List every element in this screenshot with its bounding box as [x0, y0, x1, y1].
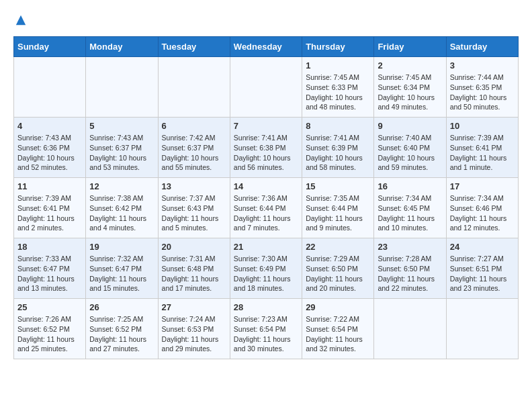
- day-number: 6: [162, 121, 226, 131]
- calendar-cell: 15Sunrise: 7:35 AMSunset: 6:44 PMDayligh…: [302, 178, 374, 238]
- calendar-cell: [374, 299, 446, 359]
- calendar-cell: 22Sunrise: 7:29 AMSunset: 6:50 PMDayligh…: [302, 238, 374, 299]
- day-number: 20: [162, 242, 226, 252]
- calendar-cell: [158, 57, 230, 118]
- header-saturday: Saturday: [446, 37, 518, 57]
- day-number: 26: [89, 302, 154, 312]
- day-number: 29: [306, 302, 370, 312]
- day-info: Sunrise: 7:34 AMSunset: 6:46 PMDaylight:…: [450, 193, 515, 233]
- day-number: 23: [378, 242, 442, 252]
- day-number: 2: [378, 60, 442, 71]
- calendar-cell: 3Sunrise: 7:44 AMSunset: 6:35 PMDaylight…: [446, 57, 518, 118]
- day-info: Sunrise: 7:32 AMSunset: 6:47 PMDaylight:…: [89, 254, 154, 293]
- day-number: 11: [17, 181, 82, 191]
- calendar-cell: [86, 57, 158, 118]
- calendar-cell: 14Sunrise: 7:36 AMSunset: 6:44 PMDayligh…: [230, 178, 302, 238]
- day-number: 16: [378, 181, 442, 191]
- day-info: Sunrise: 7:43 AMSunset: 6:37 PMDaylight:…: [89, 133, 154, 173]
- day-info: Sunrise: 7:28 AMSunset: 6:50 PMDaylight:…: [378, 254, 442, 293]
- header-sunday: Sunday: [14, 37, 86, 57]
- day-info: Sunrise: 7:45 AMSunset: 6:34 PMDaylight:…: [378, 73, 442, 112]
- calendar-cell: 24Sunrise: 7:27 AMSunset: 6:51 PMDayligh…: [446, 238, 518, 299]
- calendar-cell: 10Sunrise: 7:39 AMSunset: 6:41 PMDayligh…: [446, 118, 518, 178]
- day-number: 15: [306, 181, 370, 191]
- header-row: SundayMondayTuesdayWednesdayThursdayFrid…: [14, 37, 519, 57]
- logo-icon: [15, 14, 27, 26]
- calendar-cell: 19Sunrise: 7:32 AMSunset: 6:47 PMDayligh…: [86, 238, 158, 299]
- day-number: 13: [162, 181, 226, 191]
- calendar-cell: 18Sunrise: 7:33 AMSunset: 6:47 PMDayligh…: [14, 238, 86, 299]
- day-info: Sunrise: 7:42 AMSunset: 6:37 PMDaylight:…: [162, 133, 226, 173]
- calendar-cell: 2Sunrise: 7:45 AMSunset: 6:34 PMDaylight…: [374, 57, 446, 118]
- day-info: Sunrise: 7:39 AMSunset: 6:41 PMDaylight:…: [17, 193, 82, 233]
- day-info: Sunrise: 7:44 AMSunset: 6:35 PMDaylight:…: [450, 73, 515, 112]
- day-info: Sunrise: 7:33 AMSunset: 6:47 PMDaylight:…: [17, 254, 82, 293]
- header-thursday: Thursday: [302, 37, 374, 57]
- calendar-cell: 21Sunrise: 7:30 AMSunset: 6:49 PMDayligh…: [230, 238, 302, 299]
- calendar-cell: 16Sunrise: 7:34 AMSunset: 6:45 PMDayligh…: [374, 178, 446, 238]
- calendar-week-3: 11Sunrise: 7:39 AMSunset: 6:41 PMDayligh…: [14, 178, 519, 238]
- header-friday: Friday: [374, 37, 446, 57]
- day-info: Sunrise: 7:37 AMSunset: 6:43 PMDaylight:…: [162, 193, 226, 233]
- day-info: Sunrise: 7:36 AMSunset: 6:44 PMDaylight:…: [234, 193, 298, 233]
- day-info: Sunrise: 7:45 AMSunset: 6:33 PMDaylight:…: [306, 73, 370, 112]
- day-number: 3: [450, 60, 515, 71]
- calendar-cell: 1Sunrise: 7:45 AMSunset: 6:33 PMDaylight…: [302, 57, 374, 118]
- day-number: 4: [17, 121, 82, 131]
- calendar-cell: 4Sunrise: 7:43 AMSunset: 6:36 PMDaylight…: [14, 118, 86, 178]
- day-info: Sunrise: 7:26 AMSunset: 6:52 PMDaylight:…: [17, 314, 82, 354]
- calendar-cell: 6Sunrise: 7:42 AMSunset: 6:37 PMDaylight…: [158, 118, 230, 178]
- day-info: Sunrise: 7:41 AMSunset: 6:38 PMDaylight:…: [234, 133, 298, 173]
- header-tuesday: Tuesday: [158, 37, 230, 57]
- logo: [13, 13, 27, 30]
- day-info: Sunrise: 7:25 AMSunset: 6:52 PMDaylight:…: [89, 314, 154, 354]
- calendar-cell: 12Sunrise: 7:38 AMSunset: 6:42 PMDayligh…: [86, 178, 158, 238]
- calendar-week-2: 4Sunrise: 7:43 AMSunset: 6:36 PMDaylight…: [14, 118, 519, 178]
- calendar-cell: [230, 57, 302, 118]
- day-number: 18: [17, 242, 82, 252]
- day-info: Sunrise: 7:27 AMSunset: 6:51 PMDaylight:…: [450, 254, 515, 293]
- day-number: 1: [306, 60, 370, 71]
- calendar-cell: 7Sunrise: 7:41 AMSunset: 6:38 PMDaylight…: [230, 118, 302, 178]
- calendar-cell: 23Sunrise: 7:28 AMSunset: 6:50 PMDayligh…: [374, 238, 446, 299]
- calendar-cell: 25Sunrise: 7:26 AMSunset: 6:52 PMDayligh…: [14, 299, 86, 359]
- day-number: 17: [450, 181, 515, 191]
- calendar-cell: 9Sunrise: 7:40 AMSunset: 6:40 PMDaylight…: [374, 118, 446, 178]
- header-monday: Monday: [86, 37, 158, 57]
- calendar-cell: 26Sunrise: 7:25 AMSunset: 6:52 PMDayligh…: [86, 299, 158, 359]
- calendar-cell: 27Sunrise: 7:24 AMSunset: 6:53 PMDayligh…: [158, 299, 230, 359]
- day-info: Sunrise: 7:31 AMSunset: 6:48 PMDaylight:…: [162, 254, 226, 293]
- day-info: Sunrise: 7:29 AMSunset: 6:50 PMDaylight:…: [306, 254, 370, 293]
- calendar-cell: 5Sunrise: 7:43 AMSunset: 6:37 PMDaylight…: [86, 118, 158, 178]
- calendar-header: SundayMondayTuesdayWednesdayThursdayFrid…: [14, 37, 519, 57]
- calendar-cell: 11Sunrise: 7:39 AMSunset: 6:41 PMDayligh…: [14, 178, 86, 238]
- day-number: 10: [450, 121, 515, 131]
- calendar-week-4: 18Sunrise: 7:33 AMSunset: 6:47 PMDayligh…: [14, 238, 519, 299]
- day-info: Sunrise: 7:34 AMSunset: 6:45 PMDaylight:…: [378, 193, 442, 233]
- day-number: 19: [89, 242, 154, 252]
- day-info: Sunrise: 7:22 AMSunset: 6:54 PMDaylight:…: [306, 314, 370, 354]
- calendar-body: 1Sunrise: 7:45 AMSunset: 6:33 PMDaylight…: [14, 57, 519, 359]
- page-header: [13, 13, 519, 30]
- header-wednesday: Wednesday: [230, 37, 302, 57]
- svg-marker-0: [16, 15, 26, 25]
- day-number: 24: [450, 242, 515, 252]
- day-info: Sunrise: 7:43 AMSunset: 6:36 PMDaylight:…: [17, 133, 82, 173]
- calendar-cell: 20Sunrise: 7:31 AMSunset: 6:48 PMDayligh…: [158, 238, 230, 299]
- calendar-cell: [446, 299, 518, 359]
- day-info: Sunrise: 7:39 AMSunset: 6:41 PMDaylight:…: [450, 133, 515, 173]
- day-number: 7: [234, 121, 298, 131]
- calendar-cell: 17Sunrise: 7:34 AMSunset: 6:46 PMDayligh…: [446, 178, 518, 238]
- day-info: Sunrise: 7:38 AMSunset: 6:42 PMDaylight:…: [89, 193, 154, 233]
- calendar-cell: 29Sunrise: 7:22 AMSunset: 6:54 PMDayligh…: [302, 299, 374, 359]
- day-number: 22: [306, 242, 370, 252]
- day-number: 5: [89, 121, 154, 131]
- day-number: 28: [234, 302, 298, 312]
- day-number: 27: [162, 302, 226, 312]
- calendar-table: SundayMondayTuesdayWednesdayThursdayFrid…: [13, 36, 519, 359]
- day-number: 14: [234, 181, 298, 191]
- calendar-cell: 28Sunrise: 7:23 AMSunset: 6:54 PMDayligh…: [230, 299, 302, 359]
- day-info: Sunrise: 7:41 AMSunset: 6:39 PMDaylight:…: [306, 133, 370, 173]
- day-number: 8: [306, 121, 370, 131]
- calendar-week-1: 1Sunrise: 7:45 AMSunset: 6:33 PMDaylight…: [14, 57, 519, 118]
